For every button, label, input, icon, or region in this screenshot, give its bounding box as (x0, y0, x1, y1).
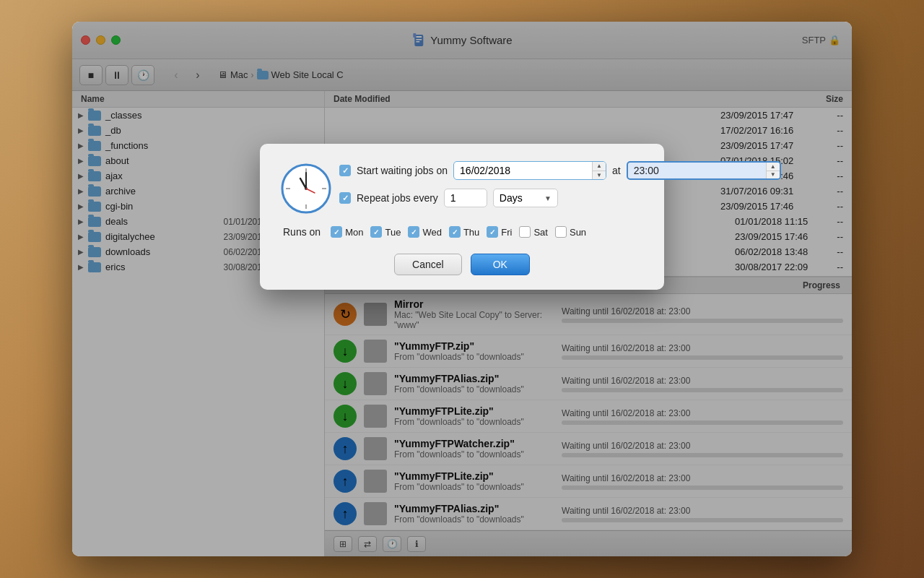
select-arrow-icon: ▼ (544, 194, 552, 202)
day-mon-checkbox[interactable] (331, 226, 342, 238)
day-item-wed: Wed (408, 226, 442, 238)
modal-start-row: Start waiting jobs on ▲ ▼ at (280, 161, 644, 216)
day-sun-checkbox[interactable] (555, 226, 567, 238)
clock-icon (280, 163, 332, 215)
day-sun-label: Sun (570, 227, 586, 238)
repeat-checkbox[interactable] (339, 192, 351, 204)
day-item-mon: Mon (331, 226, 363, 238)
day-tue-checkbox[interactable] (370, 226, 382, 238)
start-date-input[interactable] (454, 163, 592, 178)
repeat-label: Repeat jobs every (357, 192, 438, 204)
start-jobs-label: Start waiting jobs on (357, 165, 448, 176)
repeat-unit-select[interactable]: Days ▼ (493, 189, 558, 207)
repeat-unit-label: Days (500, 192, 523, 204)
modal-fields: Start waiting jobs on ▲ ▼ at (339, 161, 781, 216)
day-item-thu: Thu (449, 226, 479, 238)
day-sat-checkbox[interactable] (519, 226, 531, 238)
runs-on-row: Runs on Mon Tue Wed Thu (280, 226, 644, 238)
modal-overlay: Start waiting jobs on ▲ ▼ at (72, 22, 852, 556)
day-wed-label: Wed (422, 227, 442, 238)
day-fri-checkbox[interactable] (487, 226, 498, 238)
at-label: at (612, 165, 621, 176)
start-date-field[interactable]: ▲ ▼ (453, 161, 606, 180)
day-item-tue: Tue (370, 226, 401, 238)
repeat-value-field[interactable]: ▲ ▼ (444, 189, 487, 207)
day-item-fri: Fri (487, 226, 512, 238)
start-jobs-checkbox[interactable] (339, 165, 351, 176)
day-fri-label: Fri (501, 227, 512, 238)
day-sat-label: Sat (533, 227, 548, 238)
day-thu-checkbox[interactable] (449, 226, 461, 238)
repeat-value-input[interactable] (445, 191, 487, 205)
cancel-button[interactable]: Cancel (394, 254, 462, 275)
repeat-row: Repeat jobs every ▲ ▼ Days ▼ (339, 189, 781, 207)
day-item-sat: Sat (519, 226, 548, 238)
day-mon-label: Mon (345, 227, 363, 238)
schedule-modal: Start waiting jobs on ▲ ▼ at (260, 144, 664, 290)
main-window: Yummy Software SFTP 🔒 ■ ⏸ 🕐 ‹ › 🖥 Mac › … (72, 22, 852, 556)
day-item-sun: Sun (555, 226, 586, 238)
time-stepper-down[interactable]: ▼ (767, 171, 780, 179)
day-wed-checkbox[interactable] (408, 226, 419, 238)
date-stepper: ▲ ▼ (592, 162, 606, 179)
modal-buttons: Cancel OK (280, 251, 644, 275)
ok-button[interactable]: OK (471, 254, 530, 275)
day-thu-label: Thu (463, 227, 479, 238)
day-tue-label: Tue (385, 227, 401, 238)
time-stepper-up[interactable]: ▲ (767, 163, 780, 171)
date-stepper-down[interactable]: ▼ (593, 171, 606, 180)
date-stepper-up[interactable]: ▲ (593, 162, 606, 171)
start-jobs-row: Start waiting jobs on ▲ ▼ at (339, 161, 781, 180)
runs-on-label: Runs on (283, 226, 321, 238)
start-time-input[interactable] (628, 163, 766, 178)
time-stepper: ▲ ▼ (766, 163, 780, 178)
start-time-field[interactable]: ▲ ▼ (627, 161, 781, 180)
